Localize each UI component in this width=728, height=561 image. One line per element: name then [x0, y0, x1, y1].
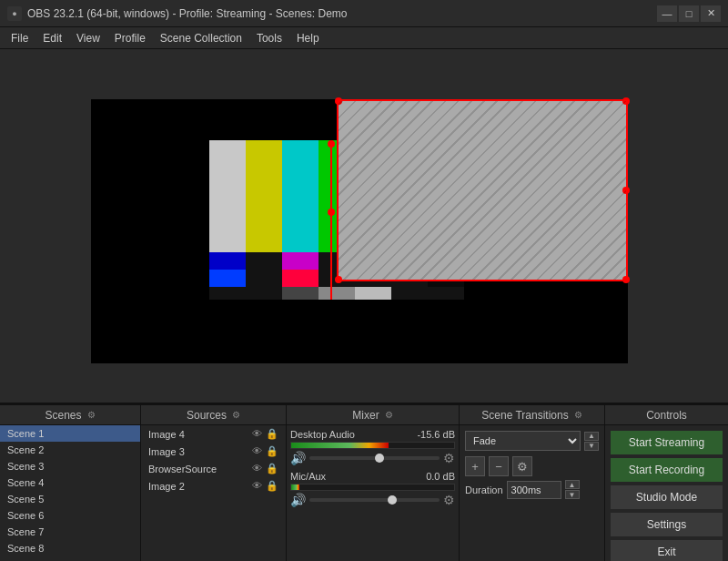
- scene-item-1[interactable]: Scene 1: [0, 425, 140, 442]
- scene-item-2[interactable]: Scene 2: [0, 442, 140, 458]
- mic-volume-slider[interactable]: [309, 498, 440, 502]
- eye-icon-2[interactable]: 👁: [252, 445, 262, 457]
- handle-top-center[interactable]: [328, 140, 335, 148]
- source-image4[interactable]: Image 4 👁 🔒: [141, 425, 286, 443]
- sources-config-icon[interactable]: ⚙: [232, 410, 240, 420]
- sources-title: Sources: [187, 409, 227, 422]
- mixer-title: Mixer: [352, 409, 379, 422]
- handle-center[interactable]: [328, 209, 335, 216]
- duration-label: Duration: [465, 484, 503, 495]
- transition-up-arrow[interactable]: ▲: [584, 432, 599, 441]
- scene-item-4[interactable]: Scene 4: [0, 474, 140, 491]
- handle-tr[interactable]: [622, 97, 630, 105]
- scene-item-3[interactable]: Scene 3: [0, 458, 140, 474]
- source-icons-image4: 👁 🔒: [252, 428, 278, 440]
- source-image3[interactable]: Image 3 👁 🔒: [141, 443, 286, 460]
- desktop-audio-db: -15.6 dB: [417, 429, 455, 440]
- start-streaming-button[interactable]: Start Streaming: [611, 431, 723, 454]
- scene-item-5[interactable]: Scene 5: [0, 491, 140, 507]
- transitions-title: Scene Transitions: [481, 409, 568, 422]
- source-icons-image2: 👁 🔒: [252, 480, 278, 492]
- desktop-audio-label: Desktop Audio: [290, 429, 355, 440]
- controls-title: Controls: [646, 409, 687, 422]
- menu-tools[interactable]: Tools: [249, 30, 289, 46]
- controls-content: Start Streaming Start Recording Studio M…: [605, 425, 728, 561]
- scene-item-6[interactable]: Scene 6: [0, 507, 140, 524]
- menu-help[interactable]: Help: [289, 30, 327, 46]
- desktop-volume-slider[interactable]: [309, 456, 440, 460]
- lock-icon[interactable]: 🔒: [266, 428, 278, 440]
- exit-button[interactable]: Exit: [611, 540, 723, 561]
- close-button[interactable]: ✕: [701, 5, 721, 22]
- sources-panel: Sources ⚙ Image 4 👁 🔒 Image 3 👁 🔒: [141, 405, 287, 561]
- lock-icon-3[interactable]: 🔒: [266, 463, 278, 474]
- window-controls: — □ ✕: [657, 5, 721, 22]
- mic-controls: 🔊 ⚙: [290, 493, 455, 507]
- menu-scene-collection[interactable]: Scene Collection: [153, 30, 249, 46]
- desktop-mute-icon[interactable]: 🔊: [290, 451, 306, 465]
- source-browser[interactable]: BrowserSource 👁 🔒: [141, 460, 286, 477]
- mixer-panel: Mixer ⚙ Desktop Audio -15.6 dB 🔊: [287, 405, 460, 561]
- menu-view[interactable]: View: [69, 30, 107, 46]
- sources-header: Sources ⚙: [141, 405, 286, 425]
- menu-file[interactable]: File: [4, 30, 35, 46]
- transition-type-select[interactable]: Fade Cut Swipe: [465, 431, 581, 451]
- transition-remove-button[interactable]: −: [489, 456, 509, 476]
- overlay-source: [337, 99, 628, 281]
- mic-mute-icon[interactable]: 🔊: [290, 493, 306, 507]
- mixer-label-mic: Mic/Aux 0.0 dB: [290, 471, 455, 482]
- scenes-config-icon[interactable]: ⚙: [87, 410, 96, 420]
- maximize-button[interactable]: □: [679, 5, 699, 22]
- transition-down-arrow[interactable]: ▼: [584, 442, 599, 451]
- source-icons-browser: 👁 🔒: [252, 463, 278, 474]
- mic-aux-level: [291, 484, 299, 490]
- source-image2[interactable]: Image 2 👁 🔒: [141, 477, 286, 495]
- desktop-settings-icon[interactable]: ⚙: [443, 451, 455, 465]
- mic-aux-label: Mic/Aux: [290, 471, 326, 482]
- transition-config-button[interactable]: ⚙: [512, 456, 532, 476]
- lock-icon-4[interactable]: 🔒: [266, 480, 278, 492]
- mic-aux-db: 0.0 dB: [426, 471, 455, 482]
- handle-br[interactable]: [622, 276, 630, 283]
- transitions-panel: Scene Transitions ⚙ Fade Cut Swipe ▲ ▼: [460, 405, 605, 561]
- start-recording-button[interactable]: Start Recording: [611, 458, 723, 482]
- duration-down-arrow[interactable]: ▼: [565, 490, 580, 499]
- source-label-image3: Image 3: [148, 446, 185, 457]
- mic-volume-thumb[interactable]: [388, 495, 397, 505]
- title-bar: ● OBS 23.2.1 (64-bit, windows) - Profile…: [0, 0, 728, 27]
- scene-item-9[interactable]: Scene 9: [0, 556, 140, 561]
- source-label-browser: BrowserSource: [148, 464, 217, 474]
- transitions-config-icon[interactable]: ⚙: [574, 410, 582, 420]
- scenes-panel: Scenes ⚙ Scene 1 Scene 2 Scene 3 Scene 4…: [0, 405, 141, 561]
- preview-area: [0, 49, 728, 404]
- menu-profile[interactable]: Profile: [107, 30, 153, 46]
- mixer-track-mic: Mic/Aux 0.0 dB 🔊 ⚙: [290, 471, 455, 507]
- scene-item-7[interactable]: Scene 7: [0, 524, 140, 540]
- handle-tl[interactable]: [335, 97, 342, 105]
- settings-button[interactable]: Settings: [611, 513, 723, 536]
- lock-icon-2[interactable]: 🔒: [266, 445, 278, 457]
- mic-settings-icon[interactable]: ⚙: [443, 493, 455, 507]
- handle-mr[interactable]: [622, 187, 630, 194]
- studio-mode-button[interactable]: Studio Mode: [611, 485, 723, 509]
- desktop-volume-thumb[interactable]: [375, 454, 384, 463]
- handle-bl[interactable]: [335, 276, 342, 283]
- mixer-track-desktop: Desktop Audio -15.6 dB 🔊 ⚙: [290, 429, 455, 465]
- eye-icon[interactable]: 👁: [252, 428, 262, 440]
- transition-add-button[interactable]: +: [465, 456, 485, 476]
- duration-input[interactable]: [507, 481, 561, 499]
- duration-row: Duration ▲ ▼: [465, 480, 599, 499]
- source-icons-image3: 👁 🔒: [252, 445, 278, 457]
- minimize-button[interactable]: —: [657, 5, 677, 22]
- duration-up-arrow[interactable]: ▲: [565, 480, 580, 489]
- bottom-panel: Scenes ⚙ Scene 1 Scene 2 Scene 3 Scene 4…: [0, 404, 728, 561]
- mixer-config-icon[interactable]: ⚙: [385, 410, 393, 420]
- scenes-title: Scenes: [45, 409, 81, 422]
- eye-icon-4[interactable]: 👁: [252, 480, 262, 492]
- selection-line: [330, 140, 332, 300]
- eye-icon-3[interactable]: 👁: [252, 463, 262, 474]
- mixer-label-desktop: Desktop Audio -15.6 dB: [290, 429, 455, 440]
- controls-header: Controls: [605, 405, 728, 425]
- menu-edit[interactable]: Edit: [35, 30, 69, 46]
- scene-item-8[interactable]: Scene 8: [0, 540, 140, 556]
